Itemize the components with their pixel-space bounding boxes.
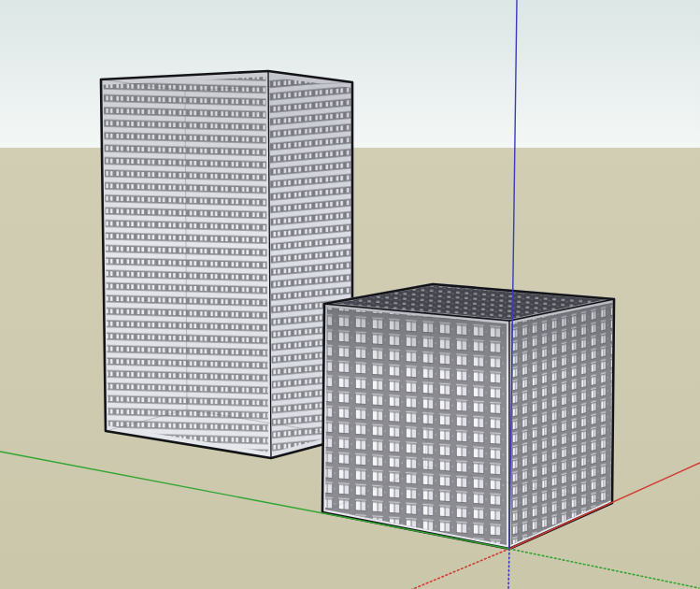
scene-canvas: [0, 0, 700, 589]
viewport-3d[interactable]: [0, 0, 700, 589]
cube-box-left-shade: [322, 304, 509, 549]
